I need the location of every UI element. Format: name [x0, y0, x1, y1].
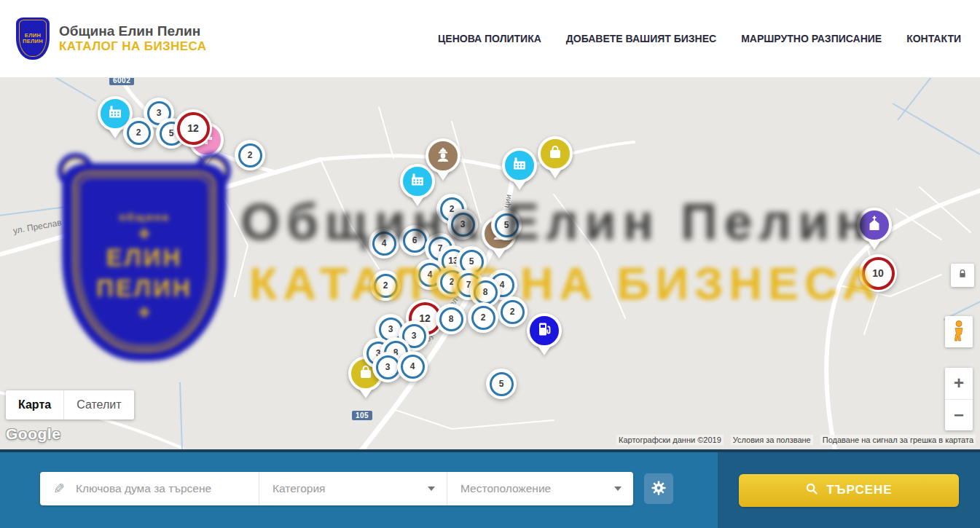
site-subtitle: КАТАЛОГ НА БИЗНЕСА: [59, 39, 206, 55]
worker-pin-marker[interactable]: [426, 138, 460, 181]
site-title: Община Елин Пелин: [59, 23, 206, 39]
attribution-link[interactable]: Подаване на сигнал за грешка в картата: [820, 435, 976, 445]
zoom-out-button[interactable]: −: [945, 400, 973, 431]
nav-item-pricing[interactable]: ЦЕНОВА ПОЛИТИКА: [438, 33, 541, 44]
factory-pin-marker[interactable]: [502, 148, 537, 190]
attribution-link[interactable]: Условия за ползване: [731, 435, 813, 445]
fuel-icon: [536, 320, 553, 341]
map-cluster-marker[interactable]: 4: [397, 351, 428, 382]
zoom-control: + −: [945, 368, 973, 430]
gear-icon: [651, 480, 667, 498]
map-cluster-marker[interactable]: 5: [491, 210, 522, 240]
municipality-crest-icon: ЕЛИН ПЕЛИН: [16, 17, 50, 60]
pegman-control[interactable]: [945, 316, 973, 347]
crest-name-line: ПЕЛИН: [23, 39, 43, 45]
church-pin-marker[interactable]: [857, 208, 892, 250]
attribution-text: Картографски данни ©2019: [616, 435, 724, 445]
location-select[interactable]: Местоположение: [447, 472, 633, 505]
fuel-pin-marker[interactable]: [527, 313, 562, 355]
main-nav: ЦЕНОВА ПОЛИТИКАДОБАВЕТЕ ВАШИЯТ БИЗНЕСМАР…: [438, 33, 961, 44]
location-select-value: Местоположение: [460, 482, 551, 495]
map-cluster-marker[interactable]: 2: [468, 302, 498, 333]
bag-pin-marker[interactable]: [538, 136, 573, 178]
map-cluster-marker[interactable]: 2: [370, 270, 401, 301]
pencil-icon: ✎: [53, 481, 65, 497]
map-cluster-marker[interactable]: 2: [123, 117, 154, 148]
chevron-down-icon: [428, 486, 435, 491]
factory-icon: [511, 155, 528, 176]
map-attribution: Картографски данни ©2019Условия за ползв…: [616, 435, 976, 445]
nav-item-contacts[interactable]: КОНТАКТИ: [906, 33, 961, 44]
map-cluster-marker[interactable]: 12: [174, 109, 212, 147]
map-cluster-marker[interactable]: 4: [369, 228, 399, 259]
search-button-panel: ТЪРСЕНЕ: [718, 452, 980, 528]
street-view-lock-button[interactable]: [951, 264, 974, 287]
site-logo[interactable]: ЕЛИН ПЕЛИН Община Елин Пелин КАТАЛОГ НА …: [16, 17, 206, 60]
search-button-label: ТЪРСЕНЕ: [826, 483, 892, 497]
google-logo[interactable]: Google: [6, 425, 60, 443]
search-bar: ✎ Категория Местоположение: [0, 449, 980, 528]
map-type-map-button[interactable]: Карта: [6, 390, 63, 419]
worker-icon: [434, 146, 452, 166]
keyword-search-input[interactable]: [74, 481, 248, 496]
map-cluster-marker[interactable]: 10: [859, 254, 897, 292]
search-submit-button[interactable]: ТЪРСЕНЕ: [739, 474, 959, 507]
map-type-satellite-button[interactable]: Сателит: [63, 390, 133, 419]
road-number-badge: 105: [352, 411, 372, 420]
map-cluster-marker[interactable]: 3: [447, 209, 478, 240]
factory-icon: [106, 103, 124, 124]
keyword-field: ✎: [40, 472, 259, 505]
category-select-value: Категория: [273, 482, 325, 495]
pegman-icon: [950, 320, 968, 344]
map-cluster-marker[interactable]: 8: [436, 304, 466, 334]
lock-icon: [957, 268, 968, 283]
chevron-down-icon: [614, 486, 622, 491]
factory-icon: [409, 171, 426, 192]
google-map[interactable]: ул. Преславбул. „Новоселции6002105325122…: [0, 78, 980, 449]
category-select[interactable]: Категория: [259, 472, 447, 505]
map-cluster-marker[interactable]: 2: [235, 140, 265, 170]
map-cluster-marker[interactable]: 5: [486, 369, 517, 399]
search-fields-group: ✎ Категория Местоположение: [40, 472, 633, 505]
map-cluster-marker[interactable]: 2: [497, 296, 528, 327]
road-number-badge: 6002: [109, 78, 134, 85]
bag-icon: [546, 143, 564, 164]
map-type-control: Карта Сателит: [6, 390, 134, 419]
church-icon: [866, 215, 883, 235]
nav-item-add-business[interactable]: ДОБАВЕТЕ ВАШИЯТ БИЗНЕС: [566, 33, 716, 44]
site-header: ЕЛИН ПЕЛИН Община Елин Пелин КАТАЛОГ НА …: [0, 0, 980, 78]
search-icon: [805, 482, 818, 499]
nav-item-route-schedule[interactable]: МАРШРУТНО РАЗПИСАНИЕ: [741, 33, 882, 44]
zoom-in-button[interactable]: +: [945, 368, 973, 400]
advanced-search-button[interactable]: [644, 473, 673, 504]
